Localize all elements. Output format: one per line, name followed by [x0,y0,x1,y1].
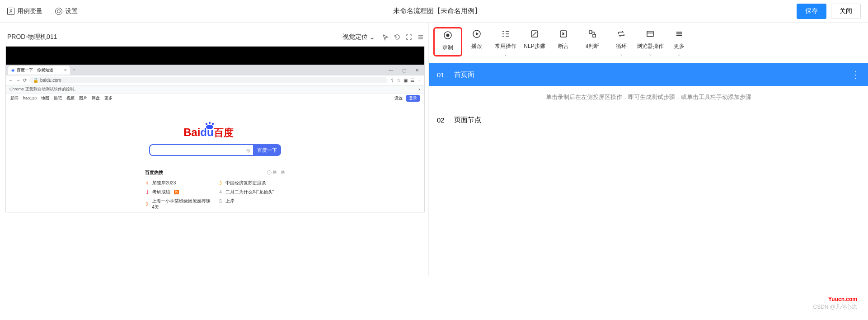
nav-item[interactable]: 图片 [79,95,87,101]
save-button[interactable]: 保存 [797,4,826,19]
watermark: Yuucn.com CSDN @几何心凉 [813,296,857,311]
hot-item[interactable]: 1考研成绩热 [145,188,212,197]
locate-mode-dropdown[interactable]: 视觉定位 ⌄ [340,31,378,43]
toolbar-label: if判断 [586,42,599,50]
hot-item[interactable]: 5上岸 [218,197,285,206]
automation-notice-text: Chrome 正受到自动测试软件的控制。 [9,86,78,92]
toolbar-browser-ops-button[interactable]: 浏览器操作⌄ [636,29,665,56]
search-button[interactable]: 百度一下 [253,144,281,156]
hot-rank: 2 [145,202,149,207]
baidu-main: Baidu百度 ◎ 百度一下 百度热搜 ◯ 换一换 [6,103,424,212]
search-input[interactable] [153,148,246,153]
variables-icon: X [7,8,14,15]
step-kebab-icon[interactable]: ⋮ [851,69,860,80]
hot-item[interactable]: 2上海一小学某班级因流感停课4天 [145,197,212,212]
toolbar-assert-button[interactable]: 断言 [549,29,578,56]
gear-icon [55,8,62,15]
baidu-login-button[interactable]: 登录 [406,95,420,102]
notice-close-icon[interactable]: × [418,87,421,92]
svg-rect-12 [647,31,653,37]
menu-icon[interactable] [417,33,425,41]
forward-icon[interactable]: → [16,78,20,83]
remote-screen[interactable]: ◉ 百度一下，你就知道 × + — ▢ ✕ ← → ⟳ 🔒 baidu.com [5,46,425,212]
nav-item[interactable]: 地图 [41,95,49,101]
close-button[interactable]: 关闭 [831,4,861,19]
loop-icon [617,29,626,39]
settings-button[interactable]: 设置 [55,7,78,15]
browser-address-bar: ← → ⟳ 🔒 baidu.com ⇪ ☆ ▣ ☰ ⋮ [6,75,424,85]
nav-item[interactable]: hao123 [23,96,37,100]
hot-rank: 5 [218,199,223,204]
browser-tab[interactable]: ◉ 百度一下，你就知道 × [8,66,70,75]
step-row[interactable]: 02 页面节点 [429,108,868,131]
main-area: PROD-物理机011 视觉定位 ⌄ ◉ 百度一下，你就知道 × [0,23,868,276]
baidu-top-nav: 新闻 hao123 地图 贴吧 视频 图片 网盘 更多 设置 登录 [6,94,424,103]
step-row-active[interactable]: 01 首页面 ⋮ [429,63,868,86]
locate-mode-label: 视觉定位 [343,33,368,41]
camera-icon[interactable]: ◎ [246,148,250,153]
fullscreen-icon[interactable] [405,33,413,41]
title-bar-black [6,47,424,65]
watermark-line1: Yuucn.com [813,296,857,302]
pointer-icon[interactable] [381,33,389,41]
toolbar-label: 断言 [558,42,569,50]
extension-icon[interactable]: ▣ [404,78,408,83]
toolbar-label: 更多 [674,42,685,50]
nlp-icon [530,29,539,39]
lock-icon: 🔒 [33,78,38,83]
hot-text: 中国经济复苏进度条 [225,180,266,186]
toolbar-label: 循环 [616,42,627,50]
left-panel-header: PROD-物理机011 视觉定位 ⌄ [5,28,425,46]
hot-text: 加速岸2023 [152,180,176,186]
toolbar-record-button[interactable]: 录制 [433,27,462,56]
hot-refresh-button[interactable]: ◯ 换一换 [267,169,285,176]
hot-item[interactable]: 3中国经济复苏进度条 [218,179,285,188]
toolbar-nlp-button[interactable]: NLP步骤 [520,29,549,56]
baidu-settings-link[interactable]: 设置 [394,95,403,101]
more-icon [675,29,684,39]
svg-rect-11 [593,34,596,37]
hot-title: 百度热搜 [145,169,163,176]
hot-rank: ⇧ [145,181,150,185]
new-tab-button[interactable]: + [70,67,78,73]
search-box[interactable]: ◎ [149,144,253,156]
nav-item[interactable]: 网盘 [92,95,100,101]
toolbar-loop-button[interactable]: 循环⌄ [607,29,636,56]
hot-text: 上岸 [225,198,235,204]
case-variables-button[interactable]: X 用例变量 [7,7,42,15]
step-number: 01 [437,71,447,79]
svg-point-6 [446,34,450,37]
hot-item[interactable]: 4二月二为什么叫"龙抬头" [218,188,285,197]
if-icon [588,29,597,39]
minimize-icon[interactable]: — [385,67,397,74]
reload-icon[interactable]: ⟳ [23,78,27,83]
step-label: 首页面 [454,71,474,79]
svg-point-2 [212,123,214,125]
hot-item[interactable]: ⇧加速岸2023 [145,179,212,188]
profile-icon[interactable]: ☰ [410,78,414,83]
browser-tabstrip: ◉ 百度一下，你就知道 × + — ▢ ✕ [6,65,424,75]
top-bar: X 用例变量 设置 未命名流程图【未命名用例】 保存 关闭 [0,0,868,23]
refresh-icon[interactable] [393,33,401,41]
toolbar-more-button[interactable]: 更多⌄ [665,29,694,56]
toolbar-play-button[interactable]: 播放 [462,29,491,56]
maximize-icon[interactable]: ▢ [399,67,410,74]
back-icon[interactable]: ← [9,78,13,83]
close-window-icon[interactable]: ✕ [412,67,422,74]
tab-close-icon[interactable]: × [64,68,66,72]
step-hint: 单击录制后在左侧投屏区操作，即可生成测试步骤，或单击工具栏手动添加步骤 [429,86,868,108]
star-icon[interactable]: ☆ [397,78,401,83]
nav-item[interactable]: 视频 [66,95,75,101]
nav-item[interactable]: 新闻 [10,95,19,101]
toolbar-common-button[interactable]: 常用操作⌄ [491,29,520,56]
right-panel: 录制播放常用操作⌄NLP步骤断言if判断循环⌄浏览器操作⌄更多⌄ 01 首页面 … [428,23,868,276]
nav-item[interactable]: 更多 [104,95,113,101]
chevron-down-icon: ⌄ [504,52,507,56]
step-number: 02 [437,116,447,124]
toolbar-label: NLP步骤 [524,42,545,50]
toolbar-if-button[interactable]: if判断 [578,29,607,56]
kebab-icon[interactable]: ⋮ [417,78,422,83]
nav-item[interactable]: 贴吧 [54,95,62,101]
share-icon[interactable]: ⇪ [390,78,394,83]
url-field[interactable]: 🔒 baidu.com [29,77,388,83]
